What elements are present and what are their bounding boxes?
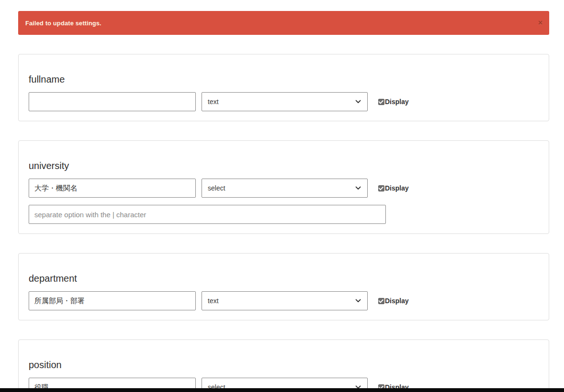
field-title: department bbox=[29, 273, 539, 285]
display-toggle[interactable]: Display bbox=[378, 297, 409, 305]
field-type-select[interactable]: text bbox=[202, 92, 368, 111]
field-type-selected-value: select bbox=[208, 184, 225, 192]
field-type-select[interactable]: select bbox=[202, 179, 368, 198]
display-label-text: Display bbox=[385, 98, 409, 106]
chevron-down-icon bbox=[355, 186, 361, 190]
field-options-row bbox=[29, 205, 539, 224]
field-label-input[interactable] bbox=[29, 179, 196, 198]
field-row: text Display bbox=[29, 291, 539, 310]
error-banner: Failed to update settings. × bbox=[18, 11, 549, 35]
field-card: position select Display bbox=[18, 339, 549, 392]
field-title: position bbox=[29, 359, 539, 371]
checkbox-checked-icon[interactable] bbox=[378, 99, 384, 105]
chevron-down-icon bbox=[355, 100, 361, 104]
field-card: department text Display bbox=[18, 253, 549, 320]
close-icon[interactable]: × bbox=[538, 19, 543, 27]
display-label-text: Display bbox=[385, 184, 409, 192]
chevron-down-icon bbox=[355, 299, 361, 303]
checkbox-checked-icon[interactable] bbox=[378, 185, 384, 191]
field-options-input[interactable] bbox=[29, 205, 386, 224]
field-label-input[interactable] bbox=[29, 92, 196, 111]
field-type-selected-value: text bbox=[208, 297, 219, 305]
field-title: fullname bbox=[29, 74, 539, 85]
checkbox-checked-icon[interactable] bbox=[378, 298, 384, 304]
field-title: university bbox=[29, 160, 539, 172]
field-row: select Display bbox=[29, 179, 539, 198]
display-label-text: Display bbox=[385, 297, 409, 305]
field-row: text Display bbox=[29, 92, 539, 111]
error-message: Failed to update settings. bbox=[25, 20, 101, 27]
field-type-select[interactable]: text bbox=[202, 291, 368, 310]
display-toggle[interactable]: Display bbox=[378, 184, 409, 192]
bottom-clip-bar bbox=[0, 388, 564, 392]
field-card: university select Display bbox=[18, 140, 549, 234]
field-type-selected-value: text bbox=[208, 98, 219, 106]
field-label-input[interactable] bbox=[29, 291, 196, 310]
field-card-list: fullname text Display university select bbox=[18, 54, 549, 392]
field-card: fullname text Display bbox=[18, 54, 549, 121]
page-content: Failed to update settings. × fullname te… bbox=[18, 11, 549, 392]
display-toggle[interactable]: Display bbox=[378, 98, 409, 106]
